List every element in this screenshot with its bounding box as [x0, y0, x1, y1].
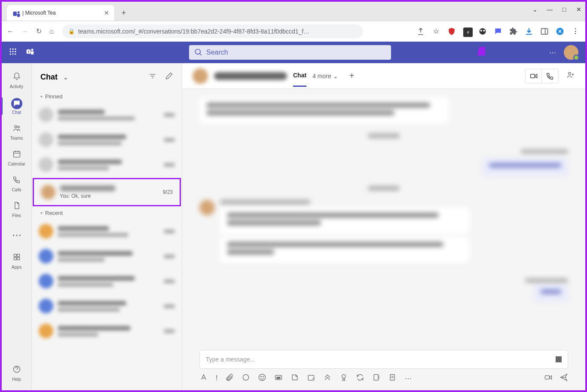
message-input[interactable]: Type a message...	[199, 350, 568, 369]
browser-tab[interactable]: | Microsoft Tea ✕	[7, 5, 114, 21]
onenote-icon[interactable]	[372, 373, 381, 383]
audio-call-button[interactable]	[542, 69, 558, 83]
svg-point-20	[31, 49, 34, 51]
list-item[interactable]	[32, 102, 182, 127]
new-chat-icon[interactable]	[165, 72, 173, 82]
svg-point-41	[261, 377, 262, 377]
rail-more[interactable]: ⋯	[4, 223, 30, 247]
sidepanel-icon[interactable]	[540, 27, 549, 36]
header-more-icon[interactable]: ⋯	[549, 49, 556, 57]
rail-calls[interactable]: Calls	[4, 172, 30, 196]
search-input[interactable]: Search	[189, 45, 391, 60]
close-window-icon[interactable]: ✕	[576, 6, 582, 13]
extensions-puzzle-icon[interactable]	[509, 27, 518, 36]
bookmark-star-icon[interactable]: ☆	[431, 27, 441, 36]
phone-icon	[12, 175, 21, 187]
list-item[interactable]	[32, 269, 182, 294]
rail-files[interactable]: Files	[4, 197, 30, 221]
stream-icon[interactable]	[323, 373, 332, 383]
svg-rect-51	[391, 374, 395, 380]
share-icon[interactable]	[416, 27, 425, 36]
add-tab-icon[interactable]: +	[349, 71, 355, 81]
tab-chat[interactable]: Chat	[293, 72, 306, 87]
attach-icon[interactable]	[225, 373, 234, 383]
rail-chat[interactable]: Chat	[4, 94, 30, 118]
maximize-icon[interactable]: □	[561, 6, 567, 13]
apps-icon	[12, 253, 21, 264]
list-item[interactable]	[32, 127, 182, 152]
compose-expand-icon[interactable]	[556, 356, 562, 362]
browser-menu-icon[interactable]: ⋮	[571, 27, 580, 36]
app-launcher-icon[interactable]	[9, 47, 17, 58]
list-item[interactable]	[32, 244, 182, 269]
svg-text:GIF: GIF	[277, 377, 281, 379]
chat-header: Chat 4 more ⌄ +	[182, 63, 585, 89]
rail-help[interactable]: Help	[4, 361, 30, 385]
ext-chat-icon[interactable]	[493, 27, 503, 36]
loop-icon[interactable]	[242, 373, 250, 383]
chevron-down-icon: ⌄	[333, 73, 338, 80]
gif-icon[interactable]: GIF	[274, 373, 283, 383]
list-item[interactable]	[32, 294, 182, 318]
svg-line-22	[200, 54, 202, 55]
add-people-icon[interactable]	[566, 70, 575, 81]
svg-point-9	[10, 48, 11, 49]
sticker-icon[interactable]	[290, 373, 299, 383]
list-item[interactable]	[32, 318, 182, 343]
home-icon[interactable]: ⌂	[49, 28, 54, 35]
message-list	[182, 89, 585, 346]
rail-activity[interactable]: Activity	[4, 68, 30, 92]
lock-icon: 🔒	[68, 28, 75, 34]
tab-more[interactable]: 4 more ⌄	[312, 73, 338, 80]
svg-rect-37	[530, 74, 535, 77]
list-item[interactable]	[32, 219, 182, 244]
video-call-button[interactable]	[526, 69, 542, 83]
tab-dropdown-icon[interactable]: ⌄	[532, 6, 538, 13]
compose-more-icon[interactable]: ⋯	[405, 374, 412, 383]
ext-badge-icon[interactable]: 4	[462, 27, 472, 36]
reload-icon[interactable]: ↻	[36, 27, 42, 35]
send-button[interactable]	[559, 373, 568, 383]
polls-icon[interactable]	[388, 373, 397, 383]
svg-point-12	[10, 51, 11, 52]
back-icon[interactable]: ←	[7, 28, 14, 35]
rail-teams[interactable]: Teams	[4, 120, 30, 144]
emoji-icon[interactable]	[258, 373, 266, 383]
compose-toolbar: ! GIF ⋯	[199, 373, 568, 383]
svg-point-46	[342, 374, 345, 378]
address-bar[interactable]: 🔒 teams.microsoft.com/_#/conversations/1…	[62, 24, 363, 38]
ext-circle-icon[interactable]	[555, 27, 565, 36]
downloads-icon[interactable]	[524, 27, 534, 36]
rail-calendar[interactable]: Calendar	[4, 146, 30, 170]
updates-icon[interactable]	[356, 373, 364, 383]
schedule-icon[interactable]	[307, 373, 315, 383]
priority-icon[interactable]: !	[216, 374, 217, 382]
contact-name-blurred	[60, 185, 116, 191]
filter-icon[interactable]	[148, 72, 157, 82]
svg-point-11	[15, 48, 16, 49]
svg-rect-6	[541, 28, 548, 34]
close-tab-icon[interactable]: ✕	[104, 9, 109, 16]
video-clip-icon[interactable]	[544, 373, 553, 383]
pinned-section[interactable]: Pinned	[32, 91, 182, 102]
file-icon	[12, 201, 21, 212]
recent-section[interactable]: Recent	[32, 207, 182, 219]
format-icon[interactable]	[199, 373, 208, 383]
browser-toolbar: ← → ↻ ⌂ 🔒 teams.microsoft.com/_#/convers…	[2, 21, 585, 42]
ext-ublock-icon[interactable]	[447, 27, 456, 36]
search-placeholder: Search	[206, 49, 228, 56]
highlighted-chat-item[interactable]: You: Ok, sure 9/23	[33, 178, 181, 206]
minimize-icon[interactable]: —	[547, 6, 553, 13]
svg-point-1	[18, 11, 20, 13]
ext-panda-icon[interactable]	[478, 27, 487, 36]
approval-icon[interactable]	[339, 373, 348, 383]
profile-avatar[interactable]	[564, 45, 578, 60]
teams-app-header: T Search ⋯	[2, 42, 585, 63]
chevron-down-icon[interactable]: ⌄	[63, 73, 68, 81]
new-tab-button[interactable]: +	[118, 7, 130, 19]
svg-point-13	[12, 51, 13, 52]
list-item[interactable]	[32, 152, 182, 177]
teams-logo-icon[interactable]: T	[26, 47, 34, 58]
rail-apps[interactable]: Apps	[4, 249, 30, 273]
teams-favicon	[12, 9, 19, 16]
